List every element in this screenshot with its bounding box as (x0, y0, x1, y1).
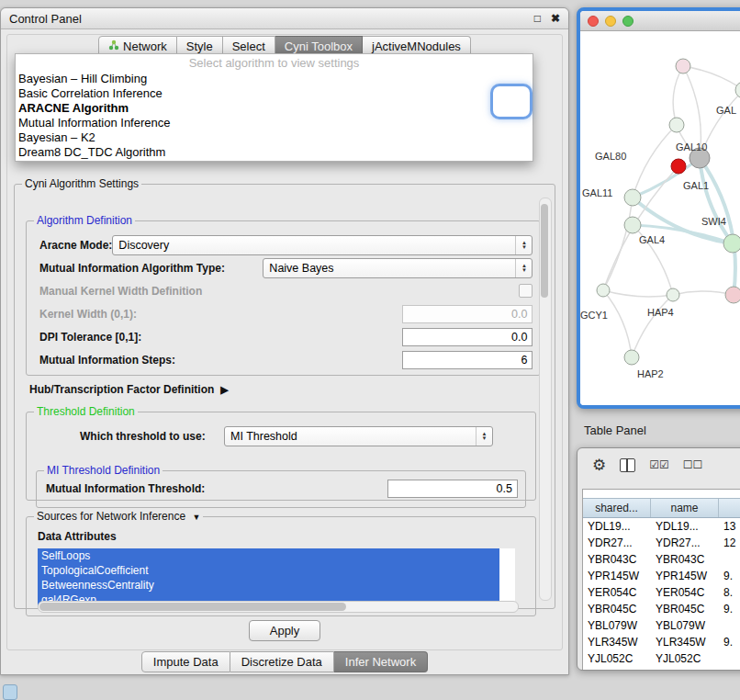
network-node[interactable] (597, 284, 610, 297)
kernel-width-field[interactable]: 0.0 (402, 305, 533, 323)
table-cell: 8. (719, 586, 740, 599)
column-header[interactable] (719, 499, 740, 517)
sources-expander[interactable]: Sources for Network Inference ▼ (34, 510, 203, 523)
attribute-list-item[interactable]: SelfLoops (38, 548, 499, 563)
node-label: GAL4 (639, 234, 665, 245)
node-label: GAL11 (582, 187, 612, 198)
close-traffic-light-icon[interactable] (588, 16, 599, 27)
table-cell: YDR27... (583, 536, 651, 549)
network-node[interactable] (624, 189, 641, 206)
table-row[interactable]: YPR145WYPR145W9. (583, 568, 740, 584)
zoom-traffic-light-icon[interactable] (622, 16, 633, 27)
network-node[interactable] (725, 287, 740, 303)
algorithm-option[interactable]: ARACNE Algorithm (16, 101, 533, 116)
table-row[interactable]: YBR045CYBR045C9. (583, 601, 740, 617)
mi-type-value: Naive Bayes (269, 262, 333, 275)
algorithm-option[interactable]: Basic Correlation Inference (16, 86, 533, 101)
hub-definition-expander[interactable]: Hub/Transcription Factor Definition ▶ (29, 383, 229, 396)
table-row[interactable]: YJL052CYJL052C (583, 650, 740, 667)
network-node[interactable] (671, 159, 686, 174)
mi-steps-field[interactable]: 6 (402, 351, 533, 369)
network-node[interactable] (676, 59, 690, 73)
mi-threshold-group: MI Threshold Definition Mutual Informati… (36, 464, 526, 508)
table-row[interactable]: YBR043CYBR043C (583, 551, 740, 568)
table-cell: YBR045C (583, 603, 651, 615)
sources-group: Sources for Network Inference ▼ Data Att… (26, 510, 536, 616)
network-edge (632, 295, 673, 357)
node-label: GAL1 (683, 180, 709, 191)
algorithm-option[interactable]: Mutual Information Inference (16, 116, 533, 130)
minimize-traffic-light-icon[interactable] (605, 16, 616, 27)
network-node[interactable] (723, 234, 740, 253)
combo-arrows-icon (515, 236, 532, 254)
algorithm-dropdown-popup: Select algorithm to view settings Bayesi… (15, 53, 533, 162)
network-node[interactable] (669, 118, 684, 132)
horizontal-scrollbar-thumb[interactable] (39, 603, 346, 611)
threshold-definition-title: Threshold Definition (34, 405, 138, 418)
vertical-scrollbar-thumb[interactable] (541, 204, 548, 298)
table-row[interactable]: YER054CYER054C8. (583, 584, 740, 601)
node-label: GCY1 (580, 310, 608, 321)
network-canvas[interactable]: GALGAL80GAL10GAL11GAL1SWI4GAL4GCY1HAP4HA… (580, 31, 740, 406)
float-window-icon[interactable]: □ (534, 12, 541, 25)
horizontal-scrollbar[interactable] (38, 601, 519, 613)
algorithm-definition-title: Algorithm Definition (34, 214, 135, 227)
deselect-all-columns-icon[interactable]: ☐☐ (683, 458, 703, 471)
table-cell: YBR043C (651, 553, 719, 566)
network-node[interactable] (667, 288, 679, 301)
bottom-tab-infer-network[interactable]: Infer Network (334, 651, 428, 672)
dpi-tolerance-field[interactable]: 0.0 (402, 328, 533, 346)
cyni-bottom-tabs: Impute DataDiscretize DataInfer Network (1, 651, 568, 672)
gear-icon[interactable]: ⚙ (592, 456, 606, 475)
algorithm-definition-group: Algorithm Definition Aracne Mode: Discov… (26, 214, 541, 376)
dock-app-icon[interactable] (3, 684, 17, 700)
bottom-tab-discretize-data[interactable]: Discretize Data (230, 651, 334, 672)
table-row[interactable]: YDR27...YDR27...12 (583, 535, 740, 551)
table-header: shared...name (583, 498, 740, 518)
mi-algorithm-type-select[interactable]: Naive Bayes (263, 258, 533, 278)
bottom-tab-impute-data[interactable]: Impute Data (141, 651, 230, 672)
node-label: GAL (716, 105, 736, 116)
network-edge (603, 198, 633, 290)
combo-arrows-icon (515, 259, 532, 277)
network-node[interactable] (624, 350, 639, 365)
table-cell: YDL19... (583, 520, 651, 533)
table-row[interactable]: YBL079WYBL079W (583, 617, 740, 634)
network-graph[interactable]: GALGAL80GAL10GAL11GAL1SWI4GAL4GCY1HAP4HA… (580, 31, 740, 406)
attribute-list-item[interactable]: BetweennessCentrality (38, 578, 499, 593)
data-attributes-list: SelfLoopsTopologicalCoefficientBetweenne… (38, 548, 515, 607)
which-threshold-select[interactable]: MI Threshold (224, 426, 493, 446)
select-all-columns-icon[interactable]: ☑☑ (649, 458, 669, 471)
manual-kernel-checkbox[interactable] (519, 284, 533, 298)
network-node[interactable] (624, 217, 641, 233)
table-cell: YBR043C (583, 553, 651, 566)
table-row[interactable]: YLR345WYLR345W9. (583, 634, 740, 650)
table-cell: YJL052C (651, 652, 719, 665)
table-cell: YPR145W (651, 570, 719, 582)
columns-icon[interactable] (620, 458, 635, 472)
table-cell: YLR345W (651, 636, 719, 649)
network-edge (633, 158, 700, 198)
algorithm-option[interactable]: Bayesian – Hill Climbing (16, 72, 533, 86)
algorithm-option[interactable]: Dream8 DC_TDC Algorithm (16, 145, 533, 160)
aracne-mode-select[interactable]: Discovery (112, 235, 533, 255)
hub-definition-label: Hub/Transcription Factor Definition (29, 383, 214, 396)
expand-right-icon: ▶ (220, 384, 228, 396)
column-header[interactable]: shared... (583, 499, 651, 517)
table-row[interactable]: YDL19...YDL19...13 (583, 518, 740, 535)
table-cell: YBR045C (651, 603, 719, 615)
focused-control-remnant[interactable] (493, 86, 530, 117)
attribute-list-item[interactable]: TopologicalCoefficient (38, 563, 499, 578)
tab-label: Cyni Toolbox (285, 40, 353, 53)
node-label: GAL80 (595, 151, 626, 162)
column-header[interactable]: name (651, 499, 719, 517)
network-node[interactable] (735, 82, 740, 98)
apply-button[interactable]: Apply (249, 620, 321, 641)
algorithm-option[interactable]: Bayesian – K2 (16, 130, 533, 145)
close-window-icon[interactable]: ✖ (551, 12, 560, 25)
data-attributes-label: Data Attributes (38, 530, 117, 543)
table-cell: 9. (719, 603, 740, 615)
mi-threshold-field[interactable]: 0.5 (387, 480, 518, 498)
cyni-settings-title: Cyni Algorithm Settings (22, 177, 141, 190)
vertical-scrollbar[interactable] (539, 198, 552, 601)
